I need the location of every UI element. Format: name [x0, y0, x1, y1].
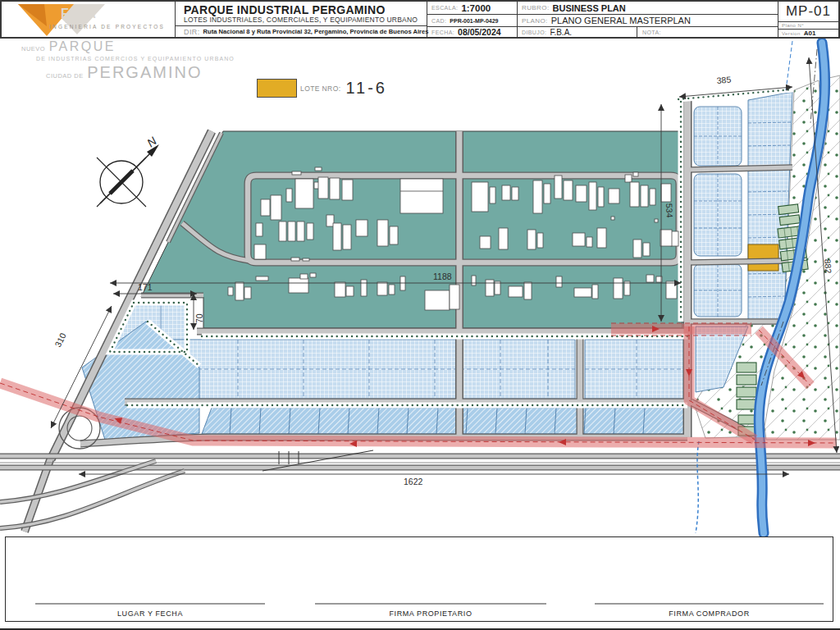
lot-legend-value: 11-6 — [345, 79, 387, 98]
project-subtitle: LOTES INDUSTRIALES, COMERCIALES, Y EQUIP… — [184, 16, 418, 24]
project-title: PARQUE INDUSTRIAL PERGAMINO — [184, 4, 386, 16]
lot-color-swatch — [257, 79, 297, 98]
dir-value: Ruta Nacional 8 y Ruta Provincial 32, Pe… — [203, 28, 429, 35]
fecha-value: 08/05/2024 — [458, 27, 501, 37]
project-heading: NUEVO PARQUE DE INDUSTRIAS COMERCIOS Y E… — [21, 40, 235, 80]
lot-legend-label: LOTE NRO: — [300, 84, 340, 93]
dibujo-value: F.B.A. — [550, 28, 572, 37]
cad-label: CAD: — [431, 18, 446, 24]
plano-label: PLANO: — [522, 17, 548, 25]
heading-prefix-1: NUEVO — [21, 45, 45, 52]
dim-534: 534 — [664, 203, 675, 218]
dim-171: 171 — [138, 282, 153, 292]
project-title-cell: PARQUE INDUSTRIAL PERGAMINO LOTES INDUST… — [175, 2, 427, 37]
rubro-label: RUBRO: — [522, 4, 550, 11]
sheet-number-label: Plano N° — [782, 23, 804, 28]
signature-label-buyer: FIRMA COMPRADOR — [595, 609, 824, 618]
signature-box: LUGAR Y FECHA FIRMA PROPIETARIO FIRMA CO… — [5, 536, 833, 622]
dim-882: 882 — [823, 258, 833, 273]
logo-cell: FBA INGENIERIA DE PROYECTOS — [2, 2, 175, 37]
masterplan-sheet: { "colors": { "industrial_teal": "#72aaa… — [0, 0, 840, 630]
signature-label-place-date: LUGAR Y FECHA — [35, 609, 265, 618]
logo-tagline: INGENIERIA DE PROYECTOS — [49, 24, 165, 30]
dim-385: 385 — [716, 74, 732, 84]
sheet-code: MP-01 — [786, 3, 831, 20]
version-value: A01 — [804, 30, 816, 37]
title-block: FBA INGENIERIA DE PROYECTOS PARQUE INDUS… — [0, 0, 840, 39]
signature-label-owner: FIRMA PROPIETARIO — [315, 609, 546, 618]
fecha-label: FECHA: — [431, 30, 454, 35]
logo-watermark: FBA — [61, 7, 100, 21]
signature-line — [595, 603, 824, 605]
dir-label: DIR: — [184, 28, 200, 36]
version-label: Version — [782, 31, 801, 36]
rubro-value: BUSINESS PLAN — [553, 3, 626, 13]
lot-legend: LOTE NRO: 11-6 — [257, 79, 387, 98]
escala-value: 1:7000 — [461, 3, 491, 13]
nota-label: NOTA: — [642, 30, 661, 35]
heading-main-3: PERGAMINO — [87, 63, 202, 81]
dim-310: 310 — [52, 331, 68, 349]
heading-main-1: PARQUE — [49, 39, 116, 53]
escala-label: ESCALA: — [431, 5, 458, 11]
highlighted-lot-11-6 — [748, 244, 778, 271]
dibujo-label: DIBUJO: — [522, 30, 546, 35]
dim-70: 70 — [194, 313, 204, 323]
rubro-cell: RUBRO: BUSINESS PLAN PLANO: PLANO GENERA… — [517, 2, 778, 37]
dim-1622: 1622 — [404, 477, 423, 486]
heading-prefix-3: CIUDAD DE — [46, 72, 84, 80]
masterplan-drawing: 1188 171 70 385 534 882 310 1622 N — [0, 0, 840, 630]
plano-value: PLANO GENERAL MASTERPLAN — [551, 16, 691, 25]
cad-value: PPR-001-MP-0429 — [450, 18, 498, 24]
scale-cell: ESCALA: 1:7000 CAD: PPR-001-MP-0429 FECH… — [427, 2, 517, 37]
heading-line-2: DE INDUSTRIAS COMERCIOS Y EQUIPAMIENTO U… — [36, 56, 235, 62]
dim-1188: 1188 — [433, 272, 452, 281]
signature-line — [35, 603, 265, 605]
signature-line — [315, 603, 546, 605]
north-arrow: N — [97, 134, 160, 207]
sheet-cell: MP-01 Plano N° Version A01 — [778, 2, 838, 37]
